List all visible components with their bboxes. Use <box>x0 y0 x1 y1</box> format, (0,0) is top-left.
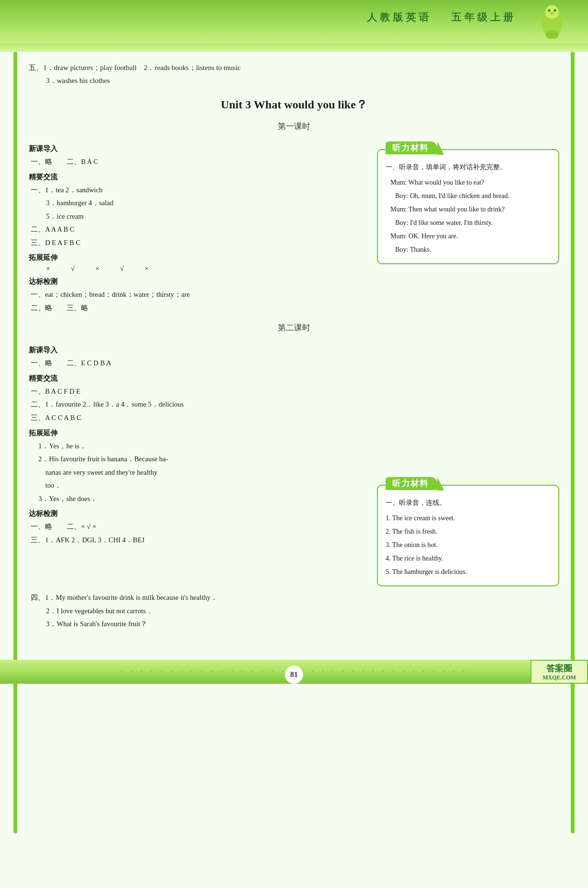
lesson2-jyjl-line3: 三、A C C A B C <box>31 411 367 425</box>
lesson2-tzys-item2: 2．His favourite fruit is banana．Because … <box>38 453 367 492</box>
lesson2-listening-box: 听力材料 一、听录音，连线。 1. The ice cream is sweet… <box>377 485 559 586</box>
lesson1-dbjc-label: 达标检测 <box>29 277 367 286</box>
svg-point-7 <box>545 31 559 39</box>
lesson2-xinkeyaoru-label: 新课导入 <box>29 346 367 355</box>
lesson1-jyjl-line4: 二、A A A B C <box>31 223 367 236</box>
lesson1-jyjl-line1: 一、1．tea 2．sandwich <box>31 184 367 197</box>
watermark-line2: MXQE.COM <box>542 674 576 681</box>
left-side-bar <box>13 52 17 833</box>
lesson1-left-col: 新课导入 一、略 二、B A C 精要交流 一、1．tea 2．sandwich… <box>29 140 367 315</box>
section4-line2: 2．I love vegetables but not carrots． <box>46 605 559 618</box>
lesson2-dbjc-line2: 三、1．AFK 2．DGL 3．CHI 4．BEJ <box>31 534 367 547</box>
dialog-line-3: Mum: Then what would you like to drink? <box>390 203 551 216</box>
lesson1-tzys-marks: × √ × √ × <box>46 264 367 273</box>
header-title: 人教版英语 五年级上册 <box>367 11 516 24</box>
dialog-line-5: Mum: OK. Here you are. <box>390 230 551 243</box>
lesson2-listening-content: 一、听录音，连线。 1. The ice cream is sweet. 2. … <box>386 496 551 579</box>
lesson1-xinkeyaoru-label: 新课导入 <box>29 144 367 153</box>
section4-line3: 3．What is Sarah's favourite fruit？ <box>46 618 559 631</box>
lesson1-tzys-label: 拓展延伸 <box>29 253 367 262</box>
section4-line1: 四、1．My mother's favourite drink is milk … <box>31 591 559 605</box>
lesson2-listening-intro: 一、听录音，连线。 <box>386 496 551 510</box>
lesson2-tzys-label: 拓展延伸 <box>29 429 367 438</box>
section-five: 五、1．draw pictures；play football 2．reads … <box>29 61 559 87</box>
lesson2-listening-item2: 2. The fish is fresh. <box>386 525 551 538</box>
title-cn: 人教版英语 <box>367 12 432 23</box>
lesson1-dbjc-line1: 一、eat；chicken；bread；drink；water；thirsty；… <box>31 288 367 302</box>
lesson1-listening-box: 听力材料 一、听录音，填单词，将对话补充完整。 Mum: What would … <box>377 149 559 264</box>
lesson1-jyjl-line2: 3．hamburger 4．salad <box>46 197 367 210</box>
watermark-line1: 答案圈 <box>546 663 572 674</box>
lesson1-right-col: 听力材料 一、听录音，填单词，将对话补充完整。 Mum: What would … <box>377 140 559 315</box>
lesson1-jyjl-line3: 5．ice cream <box>46 210 367 223</box>
lesson2-heading: 第二课时 <box>29 322 559 333</box>
bottom-bar: · · · · · · · · · · · · · · · · · · · · … <box>0 660 588 684</box>
lesson2-listening-item5: 5. The hamburger is delicious. <box>386 565 551 579</box>
right-side-bar <box>571 52 575 833</box>
mascot-icon <box>535 2 569 45</box>
lesson2-listening-title: 听力材料 <box>386 477 437 490</box>
section-four: 四、1．My mother's favourite drink is milk … <box>29 591 559 631</box>
section-five-line1: 五、1．draw pictures；play football 2．reads … <box>29 61 559 74</box>
lesson2-dbjc-line1: 一、略 二、× √ × <box>31 520 367 534</box>
svg-point-3 <box>554 10 556 12</box>
lesson2-jyjl-line2: 二、1．favourite 2．like 3．a 4．some 5．delici… <box>31 398 367 411</box>
subtitle-cn: 五年级上册 <box>451 12 516 23</box>
section-five-line2: 3．washes his clothes <box>46 74 559 87</box>
lesson1-listening-content: 一、听录音，填单词，将对话补充完整。 Mum: What would you l… <box>386 161 551 257</box>
lesson2-tzys-item1: 1．Yes，he is． <box>38 440 367 453</box>
lesson2-xinkeyaoru-line1: 一、略 二、E C D B A <box>31 357 367 370</box>
dialog-line-4: Boy: I'd like some water. I'm thirsty. <box>395 216 551 230</box>
page-number: 81 <box>285 666 303 684</box>
svg-point-4 <box>550 12 554 14</box>
watermark: 答案圈 MXQE.COM <box>530 660 588 684</box>
lesson2-listening-container: 听力材料 一、听录音，连线。 1. The ice cream is sweet… <box>377 475 559 586</box>
lesson2-left-col: 新课导入 一、略 二、E C D B A 精要交流 一、B A C F D E … <box>29 341 367 547</box>
lesson1-listening-container: 听力材料 一、听录音，填单词，将对话补充完整。 Mum: What would … <box>377 140 559 264</box>
lesson2-listening-item4: 4. The rice is healthy. <box>386 552 551 565</box>
dialog-line-1: Mum: What would you like to eat? <box>390 176 551 189</box>
lesson2-jyjl-line1: 一、B A C F D E <box>31 385 367 398</box>
lesson1-jyjl-line5: 三、D E A F B C <box>31 236 367 250</box>
lesson2-tzys-item3: 3．Yes，she does． <box>38 492 367 506</box>
lesson1-listening-title: 听力材料 <box>386 141 437 154</box>
dialog-line-6: Boy: Thanks. <box>395 243 551 257</box>
svg-point-1 <box>545 5 559 19</box>
lesson1-heading: 第一课时 <box>29 121 559 132</box>
lesson2-jyjl-label: 精要交流 <box>29 374 367 383</box>
lesson2-dbjc-label: 达标检测 <box>29 509 367 518</box>
lesson1-xinkeyaoru-line1: 一、略 二、B A C <box>31 155 367 169</box>
unit-title: Unit 3 What would you like？ <box>29 97 559 112</box>
lesson1-dbjc-line2: 二、略 三、略 <box>31 302 367 315</box>
svg-point-2 <box>548 10 551 12</box>
lesson1-jyjl-label: 精要交流 <box>29 173 367 182</box>
dialog-line-2: Boy: Oh, mum, I'd like chicken and bread… <box>395 189 551 203</box>
lesson2-right-col: 听力材料 一、听录音，连线。 1. The ice cream is sweet… <box>377 341 559 586</box>
lesson2-listening-item3: 3. The onion is hot. <box>386 538 551 552</box>
lesson1-listening-intro: 一、听录音，填单词，将对话补充完整。 <box>386 161 551 174</box>
lesson2-listening-item1: 1. The ice cream is sweet. <box>386 512 551 525</box>
